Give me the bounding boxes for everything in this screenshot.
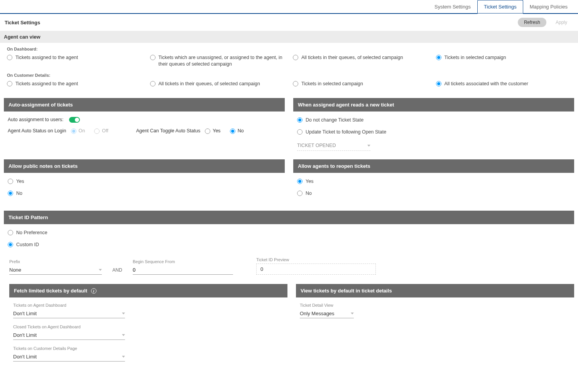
dashboard-radio-assigned[interactable] (7, 55, 12, 60)
begin-seq-input[interactable] (133, 265, 233, 275)
refresh-button[interactable]: Refresh (518, 18, 546, 27)
customer-radio-assigned-label: Tickets assigned to the agent (15, 81, 78, 87)
chevron-down-icon (99, 269, 102, 271)
tab-ticket-settings[interactable]: Ticket Settings (477, 0, 523, 14)
toggle-status-no-label: No (238, 128, 244, 133)
chevron-down-icon (122, 313, 125, 314)
closed-dashboard-value: Don't Limit (13, 332, 37, 338)
customer-radio-assigned[interactable] (7, 81, 12, 86)
agent-dashboard-label: Tickets on Agent Dashboard (13, 303, 125, 308)
agent-dashboard-select[interactable]: Don't Limit (13, 309, 125, 318)
do-not-change-radio[interactable] (297, 117, 303, 123)
view-default-header: View tickets by default in ticket detail… (296, 284, 574, 297)
public-notes-no-label: No (16, 190, 22, 197)
auto-assignment-label: Auto assignment to users: (8, 117, 64, 122)
prefix-label: Prefix (9, 259, 102, 264)
reopen-yes-radio[interactable] (297, 179, 303, 184)
dashboard-radio-selected-campaign-label: Tickets in selected campaign (444, 54, 506, 61)
auto-status-off-label: Off (102, 128, 108, 133)
begin-seq-label: Begin Sequence From (133, 259, 233, 264)
detail-view-value: Only Messages (300, 311, 335, 316)
page-title: Ticket Settings (5, 20, 40, 25)
dashboard-radio-selected-campaign[interactable] (436, 55, 441, 60)
reopen-yes-label: Yes (306, 178, 313, 185)
public-notes-yes-label: Yes (16, 178, 24, 185)
dashboard-radio-assigned-label: Tickets assigned to the agent (15, 54, 78, 61)
agent-dashboard-value: Don't Limit (13, 311, 37, 316)
chevron-down-icon (122, 334, 125, 336)
dashboard-radio-unassigned-label: Tickets which are unassigned, or assigne… (159, 54, 286, 68)
update-to-radio[interactable] (297, 129, 303, 135)
no-preference-label: No Preference (16, 230, 47, 236)
customer-radio-selected-campaign-label: Tickets in selected campaign (301, 81, 363, 87)
do-not-change-label: Do not change Ticket State (306, 117, 363, 123)
customer-radio-all-associated-label: All tickets associated with the customer (444, 81, 528, 87)
custom-id-radio[interactable] (8, 242, 13, 247)
dashboard-radio-unassigned[interactable] (150, 55, 155, 60)
assigned-reads-header: When assigned agent reads a new ticket (293, 98, 574, 112)
agent-toggle-label: Agent Can Toggle Auto Status (136, 128, 201, 133)
open-state-value: TICKET OPENED (297, 143, 336, 148)
subheader: Ticket Settings Refresh Apply (0, 14, 578, 31)
auto-status-on-label: On (79, 128, 85, 133)
top-tabs: System Settings Ticket Settings Mapping … (0, 0, 578, 14)
customer-page-label: Tickets on Customer Details Page (13, 346, 125, 351)
agent-can-view-header: Agent can view (0, 31, 578, 43)
public-notes-no-radio[interactable] (8, 191, 13, 196)
customer-page-select[interactable]: Don't Limit (13, 352, 125, 362)
dashboard-radio-all-queues[interactable] (293, 55, 298, 60)
custom-id-label: Custom ID (16, 242, 39, 248)
preview-label: Ticket ID Preview (256, 257, 376, 262)
prefix-value: None (9, 267, 21, 273)
fetch-limited-header: Fetch limited tickets by default i (9, 284, 287, 298)
on-dashboard-label: On Dashboard: (7, 47, 571, 51)
public-notes-yes-radio[interactable] (8, 179, 13, 184)
closed-dashboard-label: Closed Tickets on Agent Dashboard (13, 324, 125, 329)
reopen-no-radio[interactable] (297, 191, 303, 196)
auto-assign-header: Auto-assignment of tickets (4, 98, 285, 112)
apply-button[interactable]: Apply (549, 18, 573, 27)
public-notes-header: Allow public notes on tickets (4, 159, 285, 173)
toggle-status-yes-label: Yes (213, 128, 220, 133)
customer-radio-all-queues-label: All tickets in their queues, of selected… (159, 81, 260, 87)
customer-radio-selected-campaign[interactable] (293, 81, 298, 86)
customer-radio-all-queues[interactable] (150, 81, 155, 86)
reopen-header: Allow agents to reopen tickets (293, 159, 574, 173)
on-customer-label: On Customer Details: (7, 73, 571, 78)
no-preference-radio[interactable] (8, 230, 13, 235)
customer-radio-all-associated[interactable] (436, 81, 441, 86)
chevron-down-icon (122, 356, 125, 358)
auto-status-on-radio (71, 128, 76, 134)
toggle-status-no-radio[interactable] (230, 128, 235, 134)
prefix-select[interactable]: None (9, 265, 102, 275)
dashboard-radio-all-queues-label: All tickets in their queues, of selected… (301, 54, 403, 61)
toggle-status-yes-radio[interactable] (205, 128, 210, 134)
update-to-label: Update Ticket to following Open State (306, 129, 386, 135)
preview-value: 0 (256, 264, 376, 275)
closed-dashboard-select[interactable]: Don't Limit (13, 331, 125, 340)
auto-status-off-radio (94, 128, 100, 134)
and-label: AND (106, 267, 129, 275)
auto-assignment-toggle[interactable] (69, 117, 80, 123)
detail-view-select[interactable]: Only Messages (300, 309, 354, 318)
open-state-select: TICKET OPENED (297, 140, 370, 151)
fetch-limited-header-text: Fetch limited tickets by default (14, 288, 87, 294)
agent-auto-status-label: Agent Auto Status on Login (8, 128, 66, 133)
reopen-no-label: No (306, 190, 312, 197)
chevron-down-icon (367, 145, 370, 147)
ticket-id-pattern-header: Ticket ID Pattern (4, 211, 574, 224)
customer-page-value: Don't Limit (13, 354, 37, 360)
tab-mapping-policies[interactable]: Mapping Policies (523, 0, 574, 13)
info-icon[interactable]: i (91, 288, 96, 294)
detail-view-label: Ticket Detail View (300, 303, 354, 308)
tab-system-settings[interactable]: System Settings (428, 0, 477, 13)
chevron-down-icon (351, 313, 354, 314)
